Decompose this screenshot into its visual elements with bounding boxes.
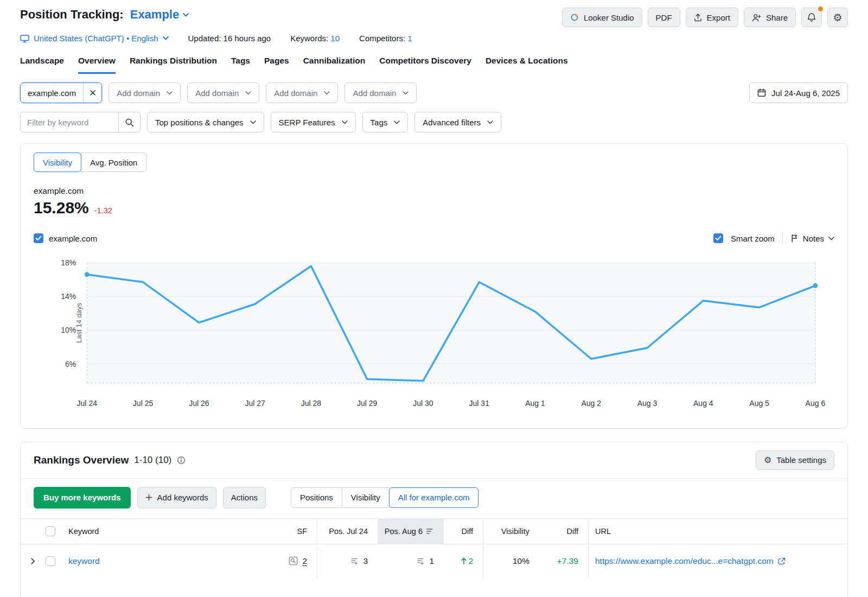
column-diff[interactable]: Diff [444,519,483,544]
visibility-toggle-button[interactable]: Visibility [34,153,81,172]
url-link[interactable]: https://www.example.com/educ...e=chatgpt… [595,556,786,566]
tab-landscape[interactable]: Landscape [20,56,64,74]
avg-position-toggle-button[interactable]: Avg. Position [81,153,146,172]
advanced-filters[interactable]: Advanced filters [414,112,501,132]
svg-text:18%: 18% [61,258,76,267]
table-settings-button[interactable]: ⚙ Table settings [756,450,834,470]
sf-count[interactable]: 2 [302,556,307,566]
add-domain-dropdown-3[interactable]: Add domain [266,82,338,103]
actions-label: Actions [231,493,258,502]
chevron-down-icon [324,91,330,95]
add-domain-dropdown-1[interactable]: Add domain [108,82,181,103]
column-visibility[interactable]: Visibility [483,519,539,544]
view-positions-button[interactable]: Positions [291,487,342,508]
smart-zoom-label: Smart zoom [731,234,775,243]
tab-devices-locations[interactable]: Devices & Locations [486,56,568,74]
project-meta-row: United States (ChatGPT) • English Update… [20,34,848,43]
rankings-range: 1-10 (10) [134,455,171,466]
pos-aug6-cell: 1 [378,544,444,578]
column-pos-jul24[interactable]: Pos. Jul 24 [317,519,378,544]
column-pos-aug6[interactable]: Pos. Aug 6 [378,519,444,544]
notifications-button[interactable] [801,8,822,27]
tab-competitors-discovery[interactable]: Competitors Discovery [379,56,471,74]
diff-value: 2 [468,556,473,566]
svg-text:Jul 25: Jul 25 [133,399,154,408]
notes-toggle[interactable]: Notes [790,234,834,243]
info-icon[interactable] [177,456,186,465]
svg-text:Aug 5: Aug 5 [749,399,769,408]
table-row: keyword 2 3 1 2 10% [21,544,847,578]
competitors-meta: Competitors: 1 [359,34,412,43]
export-button[interactable]: Export [686,8,738,27]
keyword-filter-input[interactable] [20,112,119,132]
legend-domain-label: example.com [49,234,97,243]
svg-text:Jul 28: Jul 28 [301,399,322,408]
tab-pages[interactable]: Pages [264,56,289,74]
column-vis-diff[interactable]: Diff [539,519,588,544]
chevron-down-icon [828,237,834,240]
settings-button[interactable]: ⚙ [827,8,848,27]
remove-domain-button[interactable] [83,83,101,103]
svg-text:Aug 1: Aug 1 [525,399,545,408]
domain-legend-checkbox[interactable] [34,233,43,243]
svg-text:Aug 4: Aug 4 [693,399,713,408]
column-url[interactable]: URL [588,519,847,544]
top-bar: Position Tracking: Example Looker Studio… [20,8,848,27]
view-visibility-button[interactable]: Visibility [342,487,390,508]
buy-more-keywords-button[interactable]: Buy more keywords [34,487,131,509]
looker-studio-icon [570,13,579,22]
share-button[interactable]: Share [744,8,796,27]
visibility-trend-chart[interactable]: 18%14%10%6%Last 14 daysJul 24Jul 25Jul 2… [34,251,834,415]
tags-filter[interactable]: Tags [362,112,409,132]
keyword-link[interactable]: keyword [68,556,100,566]
expand-column [21,519,46,544]
serp-preview-icon[interactable] [289,556,298,566]
column-keyword[interactable]: Keyword [67,519,265,544]
expand-row-button[interactable] [21,544,46,578]
looker-studio-button[interactable]: Looker Studio [562,8,642,27]
date-range-picker[interactable]: Jul 24-Aug 6, 2025 [749,82,848,103]
project-name: Example [130,8,180,22]
gear-icon: ⚙ [833,12,842,23]
plus-icon [145,494,152,501]
tab-tags[interactable]: Tags [231,56,250,74]
smart-zoom-checkbox[interactable] [713,233,723,243]
chevron-down-icon [183,13,189,17]
add-domain-dropdown-4[interactable]: Add domain [344,82,417,103]
updated-label: Updated: [188,34,221,43]
select-all-checkbox[interactable] [46,526,55,536]
chevron-down-icon [403,91,409,95]
keyword-search-button[interactable] [119,112,141,132]
tab-rankings-distribution[interactable]: Rankings Distribution [130,56,217,74]
tab-cannibalization[interactable]: Cannibalization [303,56,366,74]
column-sf[interactable]: SF [265,519,317,544]
row-checkbox[interactable] [46,556,55,566]
chevron-right-icon [31,558,35,564]
main-tabs: Landscape Overview Rankings Distribution… [20,56,848,74]
svg-text:Jul 30: Jul 30 [413,399,433,408]
add-domain-dropdown-2[interactable]: Add domain [187,82,259,103]
keywords-count[interactable]: 10 [330,34,340,43]
positions-icon[interactable] [350,557,359,566]
actions-button[interactable]: Actions [223,487,266,509]
chevron-down-icon [250,120,256,124]
visibility-value: 10% [513,556,529,566]
visibility-value: 15.28% [34,199,89,217]
pdf-button[interactable]: PDF [648,8,680,27]
top-positions-filter[interactable]: Top positions & changes [147,112,264,132]
add-keywords-button[interactable]: Add keywords [137,487,216,509]
row-select-cell [46,544,67,578]
svg-text:6%: 6% [65,360,76,369]
keyword-cell: keyword [67,544,265,578]
rankings-header: Rankings Overview 1-10 (10) ⚙ Table sett… [21,442,847,478]
bell-icon [807,12,816,22]
tab-overview[interactable]: Overview [78,56,116,74]
project-selector[interactable]: Example [130,8,189,22]
keyword-filter-row: Top positions & changes SERP Features Ta… [20,112,848,132]
view-all-button[interactable]: All for example.com [389,487,479,508]
location-language-selector[interactable]: United States (ChatGPT) • English [20,34,169,43]
serp-features-filter[interactable]: SERP Features [271,112,356,132]
domain-chip-label: example.com [21,88,83,98]
positions-icon[interactable] [416,557,425,566]
competitors-count[interactable]: 1 [407,34,412,43]
